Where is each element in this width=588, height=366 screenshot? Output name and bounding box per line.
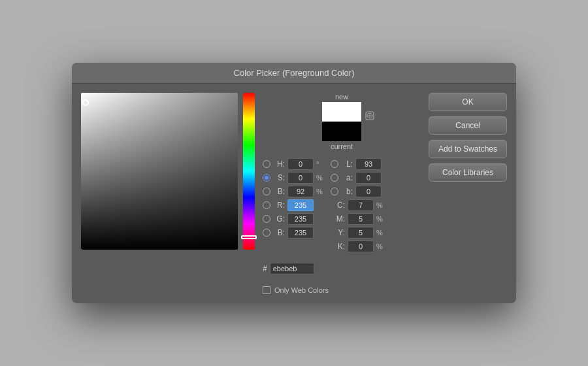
g-input[interactable] <box>287 213 314 225</box>
bv-field-row: B: % <box>263 186 325 197</box>
radio-b2[interactable] <box>263 229 270 237</box>
bv-unit: % <box>316 188 325 195</box>
l-label: L: <box>341 159 353 169</box>
radio-s[interactable] <box>263 174 270 182</box>
radio-g[interactable] <box>263 215 270 223</box>
picker-area <box>81 93 255 294</box>
r-field-row: R: <box>263 199 325 211</box>
c-input[interactable] <box>348 199 374 211</box>
l-input[interactable] <box>355 158 382 170</box>
c-unit: % <box>376 201 385 209</box>
hex-hash: # <box>263 264 267 273</box>
color-libraries-button[interactable]: Color Libraries <box>429 163 507 182</box>
b2-field-row: B: <box>263 227 325 239</box>
buttons-area: OK Cancel Add to Swatches Color Librarie… <box>429 93 507 294</box>
s-unit: % <box>316 174 325 182</box>
web-safe-icon <box>365 111 374 120</box>
picker-cursor <box>82 99 89 106</box>
m-input[interactable] <box>348 213 374 225</box>
b2-input[interactable] <box>287 227 314 239</box>
s-field-row: S: % <box>263 172 325 184</box>
b3-label: b: <box>341 187 353 196</box>
hex-row: # <box>263 263 421 274</box>
h-field-row: H: ° <box>263 158 325 170</box>
s-input[interactable] <box>287 172 314 184</box>
radio-l[interactable] <box>331 160 338 168</box>
y-label: Y: <box>331 228 345 237</box>
k-unit: % <box>376 242 385 250</box>
color-picker-dialog: Color Picker (Foreground Color) new <box>72 63 516 303</box>
swatch-section: new current <box>263 93 421 150</box>
h-label: H: <box>273 159 285 169</box>
y-unit: % <box>376 229 385 237</box>
y-field-row: Y: % <box>331 227 393 239</box>
y-input[interactable] <box>348 227 374 239</box>
saturation-gradient[interactable] <box>81 93 238 250</box>
m-field-row: M: % <box>331 213 393 225</box>
r-input[interactable] <box>287 199 314 211</box>
lab-cmyk-col: L: a: <box>331 158 393 252</box>
h-input[interactable] <box>287 158 314 170</box>
radio-bv[interactable] <box>263 188 270 195</box>
k-label: K: <box>331 242 345 251</box>
g-field-row: G: <box>263 213 325 225</box>
g-label: G: <box>273 214 285 224</box>
k-input[interactable] <box>348 241 374 252</box>
bv-input[interactable] <box>287 186 314 197</box>
radio-r[interactable] <box>263 201 270 209</box>
b3-field-row: b: <box>331 186 393 197</box>
a-label: a: <box>341 173 353 182</box>
a-field-row: a: <box>331 172 393 184</box>
hex-input[interactable] <box>270 263 314 274</box>
k-field-row: K: % <box>331 241 393 252</box>
swatch-current <box>322 122 361 141</box>
web-colors-checkbox[interactable] <box>263 286 270 294</box>
b3-input[interactable] <box>355 186 382 197</box>
m-label: M: <box>331 214 345 224</box>
c-label: C: <box>331 201 345 210</box>
hue-thumb <box>241 235 257 239</box>
bv-label: B: <box>273 187 285 196</box>
middle-area: new current <box>263 93 421 294</box>
radio-a[interactable] <box>331 174 338 182</box>
a-input[interactable] <box>355 172 382 184</box>
dialog-title: Color Picker (Foreground Color) <box>72 63 516 84</box>
s-label: S: <box>273 173 285 182</box>
r-label: R: <box>273 201 285 210</box>
cancel-button[interactable]: Cancel <box>429 116 507 135</box>
hsb-rgb-col: H: ° S: % <box>263 158 325 252</box>
hue-slider[interactable] <box>243 93 255 250</box>
radio-h[interactable] <box>263 160 270 168</box>
add-to-swatches-button[interactable]: Add to Swatches <box>429 140 507 158</box>
swatch-current-label: current <box>331 142 353 150</box>
web-colors-row: Only Web Colors <box>263 286 421 294</box>
swatch-stack <box>322 102 361 141</box>
h-unit: ° <box>316 160 325 168</box>
swatch-new <box>322 102 361 122</box>
l-field-row: L: <box>331 158 393 170</box>
c-field-row: C: % <box>331 199 393 211</box>
swatch-new-label: new <box>335 93 348 101</box>
ok-button[interactable]: OK <box>429 93 507 111</box>
m-unit: % <box>376 215 385 223</box>
radio-b3[interactable] <box>331 188 338 195</box>
b2-label: B: <box>273 228 285 237</box>
web-colors-label: Only Web Colors <box>274 286 329 294</box>
